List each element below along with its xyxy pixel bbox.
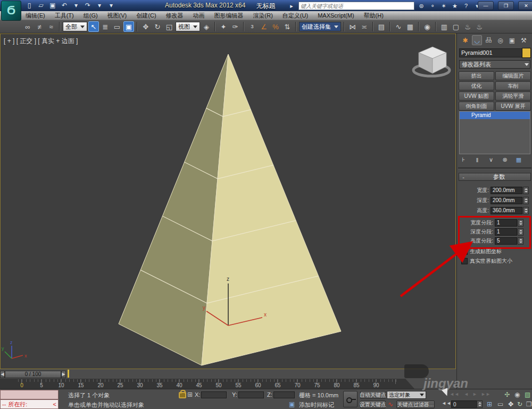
modifier-extrude-button[interactable]: 挤出: [459, 71, 494, 80]
modifier-optimize-button[interactable]: 优化: [459, 81, 494, 90]
add-time-tag[interactable]: 添加时间标记: [299, 401, 334, 409]
modifier-list-dropdown[interactable]: 修改器列表: [459, 60, 530, 69]
set-keys-button[interactable]: [343, 391, 358, 407]
orbit-icon[interactable]: ↻: [517, 400, 522, 408]
tab-utilities-icon[interactable]: ⚒: [519, 35, 529, 45]
modifier-uvw-map-button[interactable]: UVW 贴图: [459, 91, 494, 101]
play-animation-icon[interactable]: ►: [472, 391, 477, 397]
render-iterative-icon[interactable]: ♨: [474, 21, 485, 32]
maximize-viewport-icon[interactable]: ❒: [526, 400, 532, 408]
search-input[interactable]: [298, 2, 414, 10]
height-field[interactable]: 360.0mm: [491, 207, 522, 214]
show-end-result-icon[interactable]: ‖: [473, 157, 481, 163]
macro-recorder-field[interactable]: [0, 390, 59, 399]
menu-create[interactable]: 创建(C): [136, 12, 156, 20]
remove-modifier-icon[interactable]: ⊗: [501, 156, 509, 163]
percent-snap-icon[interactable]: %: [270, 21, 281, 32]
selection-lock-icon[interactable]: [179, 392, 186, 398]
menu-graph-editors[interactable]: 图形编辑器: [214, 12, 244, 20]
open-file-icon[interactable]: ▱: [36, 1, 46, 10]
object-name-field[interactable]: Pyramid001: [459, 48, 524, 57]
viewcube[interactable]: [413, 47, 450, 76]
frame-spinner[interactable]: [477, 400, 483, 408]
go-to-end-icon[interactable]: ►►: [481, 391, 491, 397]
favorites-icon[interactable]: ★: [451, 3, 459, 10]
modifier-turbosmooth-button[interactable]: 涡轮平滑: [495, 91, 531, 101]
infocenter-flyout-icon[interactable]: ▸: [287, 3, 296, 10]
redo-icon[interactable]: ↷: [83, 1, 93, 10]
transform-typein-mode-icon[interactable]: ⊞: [187, 391, 193, 398]
stack-item-pyramid[interactable]: Pyramid: [460, 112, 530, 119]
keyboard-override-icon[interactable]: ✑: [230, 21, 240, 32]
menu-tools[interactable]: 工具(T): [55, 12, 74, 20]
select-and-scale-icon[interactable]: ◱: [164, 21, 174, 32]
modifier-stack[interactable]: Pyramid: [459, 111, 530, 154]
menu-modifiers[interactable]: 修改器: [166, 12, 184, 20]
maximize-button[interactable]: ❐: [498, 1, 514, 10]
zoom-extents-selected-icon[interactable]: ▧: [525, 391, 530, 398]
key-mode-toggle-icon[interactable]: ◄◄: [442, 400, 451, 406]
render-production-icon[interactable]: ♨: [462, 21, 473, 32]
reference-coordinate-dropdown[interactable]: 视图: [176, 22, 200, 31]
unlink-selection-icon[interactable]: ≠: [34, 21, 45, 32]
select-by-name-icon[interactable]: ≣: [100, 21, 111, 32]
maxscript-mini-listener[interactable]: -- 所在行: <: [0, 399, 59, 409]
zoom-extents-all-icon[interactable]: ✣: [504, 391, 510, 398]
key-filters-button[interactable]: 关键点过滤器...: [396, 400, 435, 408]
depth-field[interactable]: 200.0mm: [491, 197, 522, 204]
rollout-collapse-icon[interactable]: -: [459, 174, 468, 180]
modifier-unwrap-uvw-button[interactable]: UVW 展开: [495, 102, 531, 111]
select-and-rotate-icon[interactable]: ↻: [152, 21, 163, 32]
new-file-icon[interactable]: ▯: [24, 1, 34, 10]
zoom-icon[interactable]: ⊞: [487, 400, 492, 408]
layer-manager-icon[interactable]: ▤: [376, 21, 387, 32]
real-world-map-size-checkbox[interactable]: [461, 258, 468, 264]
next-frame-icon[interactable]: ▶: [61, 371, 66, 378]
zoom-region-icon[interactable]: ▭: [497, 400, 503, 408]
parameters-rollout-header[interactable]: - 参数: [459, 173, 531, 181]
tab-motion-icon[interactable]: ◎: [495, 35, 505, 45]
angle-snap-icon[interactable]: ∠: [259, 21, 269, 32]
pin-stack-icon[interactable]: ⊦: [459, 156, 468, 163]
width-spinner[interactable]: [523, 187, 529, 194]
subscription-icon[interactable]: ⚬: [428, 3, 437, 10]
previous-frame-icon[interactable]: ◄: [464, 391, 469, 397]
set-key-button[interactable]: 设置关键点: [360, 400, 386, 408]
rendered-frame-window-icon[interactable]: ▢: [451, 21, 461, 32]
track-bar[interactable]: 0 5 10 15 20 25 30 35 40 45 50 55 60 65 …: [0, 379, 415, 389]
align-icon[interactable]: ≍: [359, 21, 370, 32]
coord-z-field[interactable]: [273, 391, 295, 398]
schematic-view-icon[interactable]: ▦: [405, 21, 415, 32]
modifier-bevel-profile-button[interactable]: 倒角剖面: [459, 102, 494, 111]
time-slider-thumb[interactable]: 0 / 100: [5, 371, 61, 378]
search-icon[interactable]: ⊚: [417, 3, 426, 10]
menu-customize[interactable]: 自定义(U): [282, 12, 308, 20]
depth-spinner[interactable]: [523, 197, 529, 204]
current-frame-marker[interactable]: [68, 370, 69, 378]
go-to-start-icon[interactable]: ◄◄: [450, 391, 459, 397]
menu-group[interactable]: 组(G): [84, 12, 98, 20]
new-key-curve-icon[interactable]: ∿: [388, 400, 393, 408]
height-spinner[interactable]: [523, 207, 529, 214]
quickaccess-more-icon[interactable]: ▾: [106, 1, 116, 10]
menu-maxscript[interactable]: MAXScript(M): [318, 12, 354, 19]
curve-editor-icon[interactable]: ∿: [393, 21, 404, 32]
spinner-snap-icon[interactable]: ⇅: [282, 21, 293, 32]
previous-frame-icon[interactable]: ◀: [0, 371, 5, 378]
selected-filter-dropdown[interactable]: 选定对象: [387, 391, 426, 399]
named-selection-sets-dropdown[interactable]: 创建选择集: [299, 22, 341, 31]
menu-animation[interactable]: 动画: [193, 12, 205, 20]
redo-caret-icon[interactable]: ▾: [95, 1, 104, 10]
save-file-icon[interactable]: ▣: [48, 1, 57, 10]
window-crossing-icon[interactable]: ▣: [123, 21, 134, 32]
select-and-link-icon[interactable]: ∞: [22, 21, 33, 32]
select-and-manipulate-icon[interactable]: ✦: [218, 21, 229, 32]
coord-y-field[interactable]: [238, 391, 264, 398]
tab-modify-icon[interactable]: ◡: [472, 35, 482, 45]
zoom-all-icon[interactable]: ◉: [514, 391, 520, 398]
communication-center-icon[interactable]: ✶: [439, 3, 448, 10]
selection-filter-dropdown[interactable]: 全部: [63, 22, 87, 31]
isolate-selection-icon[interactable]: ▣: [289, 400, 295, 408]
select-object-icon[interactable]: ↖: [88, 21, 99, 32]
width-field[interactable]: 200.0mm: [491, 187, 522, 194]
